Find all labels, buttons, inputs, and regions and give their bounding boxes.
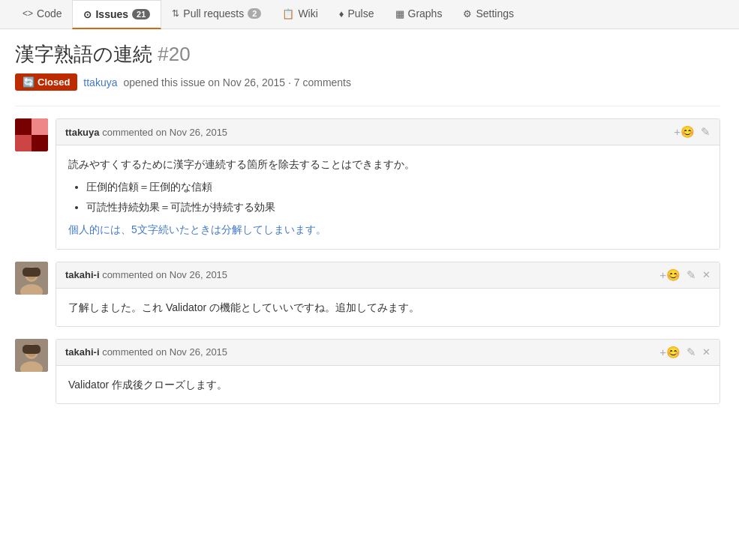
comment-body-3: Validator 作成後クローズします。 [56,366,719,403]
nav-wiki[interactable]: 📋 Wiki [272,0,328,28]
comment-wrapper-2: takahi-i commented on Nov 26, 2015 +😊 ✎ … [15,262,720,327]
comment-author-3[interactable]: takahi-i [65,346,100,358]
comment-footer-1: 個人的には、5文字続いたときは分解してしまいます。 [68,221,707,238]
comments-area: ttakuya commented on Nov 26, 2015 +😊 ✎ 読… [15,118,720,416]
avatar-ttakuya [15,118,48,151]
comment-actions-1: +😊 ✎ [674,125,710,139]
comment-paragraph-2: 了解しました。これ Validator の機能としていいですね。追加してみます。 [68,299,707,316]
comment-header-1: ttakuya commented on Nov 26, 2015 +😊 ✎ [56,119,719,145]
avatar-block [15,135,32,151]
avatar-image-2 [15,262,48,295]
issue-title: 漢字熟語の連続 #20 [15,41,720,67]
nav-code-label: Code [37,7,62,19]
nav-pull-requests[interactable]: ⇅ Pull requests 2 [161,0,272,28]
avatar-block [32,135,48,151]
nav-settings[interactable]: ⚙ Settings [452,0,524,28]
issues-icon: ⊙ [83,9,92,20]
code-icon: <> [23,8,33,19]
nav-issues[interactable]: ⊙ Issues 21 [72,0,161,29]
comment-header-left: ttakuya commented on Nov 26, 2015 [65,127,227,138]
comment-header-left-2: takahi-i commented on Nov 26, 2015 [65,269,227,280]
comment-actions-2: +😊 ✎ ✕ [659,268,710,282]
comment-meta-3: commented on Nov 26, 2015 [102,346,227,358]
divider [15,106,720,106]
nav-pull-requests-label: Pull requests [183,7,244,19]
comment-box-3: takahi-i commented on Nov 26, 2015 +😊 ✎ … [56,339,720,404]
close-button-3[interactable]: ✕ [702,346,710,358]
list-item: 可読性持続効果＝可読性が持続する効果 [86,199,707,215]
avatar-block [15,118,32,135]
issue-opened-text: opened this issue on Nov 26, 2015 · 7 co… [123,76,351,88]
comment-wrapper-3: takahi-i commented on Nov 26, 2015 +😊 ✎ … [15,339,720,404]
issues-badge: 21 [132,9,150,19]
graphs-icon: ▦ [395,8,404,19]
top-navigation: <> Code ⊙ Issues 21 ⇅ Pull requests 2 📋 … [0,0,739,29]
comment-wrapper-1: ttakuya commented on Nov 26, 2015 +😊 ✎ 読… [15,118,720,250]
comment-meta-1: commented on Nov 26, 2015 [102,127,227,138]
closed-badge: 🔄 Closed [15,73,77,91]
edit-button-3[interactable]: ✎ [686,346,696,359]
nav-graphs-label: Graphs [408,7,443,19]
comment-paragraph-3: Validator 作成後クローズします。 [68,376,707,393]
add-reaction-button-2[interactable]: +😊 [659,268,680,282]
issue-meta: 🔄 Closed ttakuya opened this issue on No… [15,73,720,91]
comment-meta-2: commented on Nov 26, 2015 [102,269,227,280]
comment-body-2: 了解しました。これ Validator の機能としていいですね。追加してみます。 [56,289,719,326]
svg-rect-4 [23,268,41,277]
nav-issues-label: Issues [95,8,128,20]
comment-author-1[interactable]: ttakuya [65,127,100,138]
nav-graphs[interactable]: ▦ Graphs [385,0,453,28]
svg-rect-9 [23,345,41,354]
comment-actions-3: +😊 ✎ ✕ [659,346,710,359]
nav-wiki-label: Wiki [298,7,317,19]
add-reaction-button-3[interactable]: +😊 [659,346,680,359]
avatar-takahi-3 [15,339,48,372]
edit-button-2[interactable]: ✎ [686,268,696,282]
edit-button-1[interactable]: ✎ [701,125,710,139]
nav-pulse[interactable]: ♦ Pulse [329,0,385,28]
comment-box-2: takahi-i commented on Nov 26, 2015 +😊 ✎ … [56,262,720,327]
comment-paragraph-1: 読みやすくするために漢字が連続する箇所を除去することはできますか。 [68,156,707,172]
avatar-takahi-2 [15,262,48,295]
wiki-icon: 📋 [282,8,294,19]
pull-requests-badge: 2 [248,8,261,19]
issue-title-text: 漢字熟語の連続 [15,43,152,65]
comment-list-1: 圧倒的信頼＝圧倒的な信頼 可読性持続効果＝可読性が持続する効果 [68,178,707,215]
pull-requests-icon: ⇅ [172,8,179,19]
comment-box-1: ttakuya commented on Nov 26, 2015 +😊 ✎ 読… [56,118,720,250]
close-button-2[interactable]: ✕ [702,269,710,280]
nav-settings-label: Settings [476,7,514,19]
list-item: 圧倒的信頼＝圧倒的な信頼 [86,178,707,195]
closed-icon: 🔄 [23,76,35,88]
issue-number: #20 [158,43,190,65]
add-reaction-button-1[interactable]: +😊 [674,125,695,139]
nav-pulse-label: Pulse [347,7,374,19]
closed-label: Closed [38,76,70,88]
settings-icon: ⚙ [463,8,472,19]
issue-author[interactable]: ttakuya [83,76,117,88]
avatar-block [32,118,48,135]
page-content: 漢字熟語の連続 #20 🔄 Closed ttakuya opened this… [0,29,735,428]
comment-header-2: takahi-i commented on Nov 26, 2015 +😊 ✎ … [56,262,719,289]
comment-author-2[interactable]: takahi-i [65,269,100,280]
comment-header-left-3: takahi-i commented on Nov 26, 2015 [65,346,227,358]
avatar-image-3 [15,339,48,372]
nav-code[interactable]: <> Code [12,0,72,28]
pulse-icon: ♦ [339,8,344,19]
comment-header-3: takahi-i commented on Nov 26, 2015 +😊 ✎ … [56,340,719,366]
comment-body-1: 読みやすくするために漢字が連続する箇所を除去することはできますか。 圧倒的信頼＝… [56,145,719,249]
